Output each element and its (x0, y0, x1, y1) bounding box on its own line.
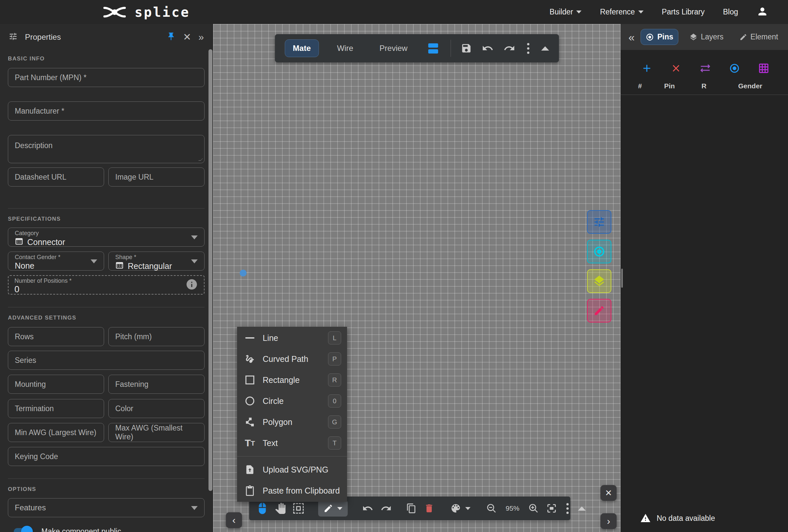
color-field[interactable]: Color (109, 399, 204, 418)
contact-gender-select[interactable]: Contact Gender * None (8, 252, 104, 271)
empty-state: No data available (620, 513, 788, 532)
pitch-field[interactable]: Pitch (mm) (109, 327, 204, 346)
delete-button[interactable] (424, 503, 434, 514)
tab-pins[interactable]: Pins (641, 29, 678, 45)
menu-item-polygon[interactable]: Polygon G (237, 412, 347, 433)
remove-pin-button[interactable] (668, 60, 684, 76)
empty-message: No data available (657, 514, 715, 523)
fit-to-screen-button[interactable] (546, 503, 557, 514)
menu-item-line[interactable]: Line L (237, 328, 347, 349)
mouse-mode-button[interactable] (257, 502, 268, 515)
info-icon[interactable] (185, 278, 198, 292)
caret-down-icon (337, 507, 342, 510)
rectangle-icon (237, 375, 263, 385)
menu-item-circle[interactable]: Circle 0 (237, 391, 347, 412)
select-caret-icon (191, 259, 198, 263)
fit-screen-icon (546, 503, 557, 514)
more-options-icon[interactable] (565, 503, 571, 514)
termination-field[interactable]: Termination (8, 399, 104, 418)
stacked-view-icon[interactable] (428, 43, 438, 54)
person-icon (756, 5, 768, 19)
make-public-toggle[interactable] (14, 528, 32, 532)
copy-button[interactable] (406, 503, 417, 514)
pin-target-button[interactable] (727, 60, 742, 76)
image-url-field[interactable]: Image URL (109, 168, 204, 186)
min-awg-field[interactable]: Min AWG (Largest Wire) (8, 423, 104, 442)
fab-properties[interactable] (587, 210, 611, 234)
save-button[interactable] (461, 43, 472, 54)
shortcut-key: G (328, 415, 341, 429)
scroll-right-button[interactable]: › (600, 513, 617, 529)
menu-item-upload-svg-png[interactable]: Upload SVG/PNG (237, 459, 347, 480)
tab-element[interactable]: Element (734, 29, 783, 45)
nav-reference[interactable]: Reference (600, 7, 643, 16)
part-number-field[interactable]: Part Number (MPN) * (8, 68, 204, 87)
left-panel-scrollbar[interactable] (209, 49, 213, 491)
scroll-left-button[interactable]: ‹ (226, 512, 242, 528)
shape-select[interactable]: Shape * Rectangular (109, 252, 204, 271)
zoom-level: 95% (504, 505, 521, 512)
pin-panel-button[interactable] (166, 32, 176, 42)
nav-parts-library[interactable]: Parts Library (662, 7, 705, 16)
origin-point[interactable] (240, 270, 247, 276)
grid-view-button[interactable] (756, 60, 772, 76)
menu-item-text[interactable]: TT Text T (237, 433, 347, 454)
close-panel-icon[interactable]: ✕ (183, 32, 191, 42)
category-select[interactable]: Category Connector (8, 228, 204, 247)
editor-canvas[interactable]: Mate Wire Preview (213, 24, 620, 532)
menu-item-curved-path[interactable]: Curved Path P (237, 349, 347, 370)
mounting-field[interactable]: Mounting (8, 375, 104, 394)
collapse-panel-icon[interactable]: » (198, 32, 204, 42)
features-select[interactable]: Features (8, 498, 204, 517)
collapse-toolbar-icon[interactable] (541, 46, 549, 51)
right-panel-scrollbar[interactable] (621, 269, 623, 288)
more-options-icon[interactable] (525, 43, 531, 54)
swap-pins-button[interactable] (697, 60, 713, 76)
collapse-toolbar-icon[interactable] (578, 506, 586, 511)
nav-builder[interactable]: Builder (550, 7, 582, 16)
fab-pins[interactable] (587, 240, 611, 263)
section-basic-info: BASIC INFO (8, 56, 204, 62)
undo-button[interactable] (362, 503, 373, 514)
menu-item-rectangle[interactable]: Rectangle R (237, 370, 347, 391)
number-of-positions-field[interactable]: Number of Positions * 0 (8, 275, 204, 295)
account-button[interactable] (756, 5, 768, 19)
nav-blog[interactable]: Blog (723, 7, 738, 16)
mode-tab-mate[interactable]: Mate (285, 39, 319, 57)
description-field[interactable]: Description (8, 135, 204, 163)
fastening-field[interactable]: Fastening (109, 375, 204, 394)
fab-layers[interactable] (587, 269, 611, 293)
panel-title: Properties (25, 33, 61, 42)
tab-layers[interactable]: Layers (684, 29, 729, 45)
close-overlay-button[interactable]: ✕ (600, 485, 617, 501)
draw-tool-button[interactable] (318, 500, 348, 516)
mode-tab-preview[interactable]: Preview (371, 39, 416, 57)
warning-icon (640, 513, 651, 524)
rows-field[interactable]: Rows (8, 327, 104, 346)
zoom-out-button[interactable] (486, 503, 497, 514)
undo-button[interactable] (482, 42, 493, 54)
zoom-in-button[interactable] (528, 503, 539, 514)
redo-button[interactable] (380, 503, 392, 514)
brand-logo[interactable]: splice (103, 4, 190, 20)
menu-item-paste-from-clipboard[interactable]: Paste from Clipboard (237, 480, 347, 501)
pan-mode-button[interactable] (275, 503, 286, 514)
right-panel-header: « Pins Layers Element (620, 24, 788, 50)
max-awg-field[interactable]: Max AWG (Smallest Wire) (109, 423, 204, 442)
series-field[interactable]: Series (8, 351, 204, 370)
add-pin-button[interactable] (639, 60, 655, 76)
fab-element[interactable] (587, 299, 611, 322)
mode-tab-wire[interactable]: Wire (329, 39, 361, 57)
shortcut-key: 0 (328, 394, 341, 408)
color-palette-button[interactable] (449, 499, 472, 517)
manufacturer-field[interactable]: Manufacturer * (8, 101, 204, 120)
section-divider (8, 478, 204, 479)
shape-tool-menu: Line L Curved Path P Rectangle R Circle … (237, 327, 347, 502)
close-icon (670, 63, 682, 74)
redo-button[interactable] (503, 42, 515, 54)
resize-handle-icon[interactable] (198, 159, 203, 161)
datasheet-url-field[interactable]: Datasheet URL (8, 168, 104, 186)
marquee-select-button[interactable] (293, 503, 304, 514)
keying-code-field[interactable]: Keying Code (8, 447, 204, 466)
collapse-panel-icon[interactable]: « (628, 32, 635, 43)
